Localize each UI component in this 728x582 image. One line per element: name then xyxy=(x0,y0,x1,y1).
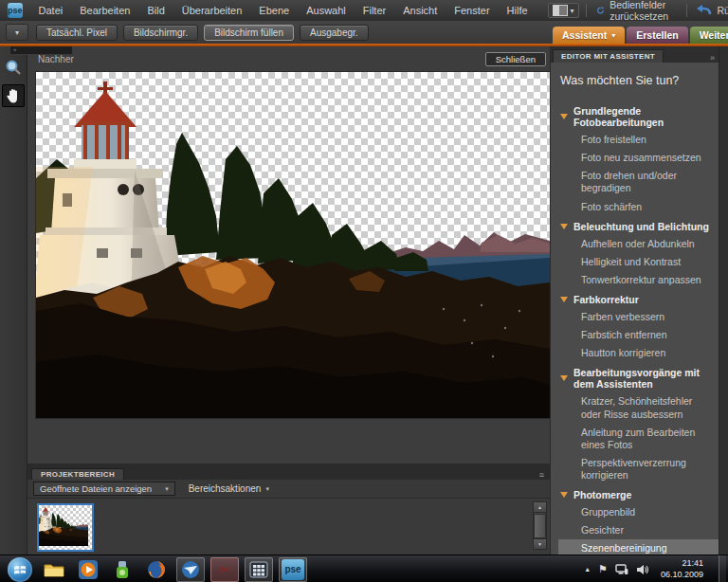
usb-device-button[interactable] xyxy=(108,557,136,582)
zoom-tool-button[interactable] xyxy=(2,56,25,79)
undo-button[interactable]: Rückgängig xyxy=(693,0,728,21)
assistant-item[interactable]: Kratzer, Schönheitsfehler oder Risse aus… xyxy=(558,392,713,423)
assistant-item[interactable]: Farben verbessern xyxy=(558,308,713,326)
triangle-down-icon xyxy=(560,375,568,381)
snipping-tool-button[interactable]: ✂ xyxy=(210,557,239,582)
triangle-down-icon xyxy=(560,114,568,119)
section-title-text: Grundlegende Fotobearbeitungen xyxy=(573,105,713,128)
menu-icon[interactable]: ≡ xyxy=(539,470,544,480)
chevron-down-icon: ▾ xyxy=(611,31,615,40)
collapsed-palette-tab[interactable]: » xyxy=(9,46,73,55)
lighthouse-photo xyxy=(36,72,550,418)
network-icon[interactable] xyxy=(615,564,628,575)
separator xyxy=(686,4,687,17)
undo-icon xyxy=(697,5,712,16)
triangle-down-icon xyxy=(560,297,568,302)
assistant-item[interactable]: Aufhellen oder Abdunkeln xyxy=(558,235,713,253)
assistant-section: Grundlegende FotobearbeitungenFoto freis… xyxy=(558,102,713,216)
menu-item-datei[interactable]: Datei xyxy=(30,0,72,21)
section-header[interactable]: Beleuchtung und Belichtung xyxy=(558,218,713,235)
assistant-item[interactable]: Foto neu zusammensetzen xyxy=(558,149,713,167)
view-button-ausgabegr-[interactable]: Ausgabegr. xyxy=(300,25,369,41)
media-player-button[interactable] xyxy=(74,557,102,582)
open-files-label: Geöffnete Dateien anzeigen xyxy=(40,483,152,494)
assistant-item[interactable]: Perspektivenverzerrung korrigieren xyxy=(558,454,713,484)
assistant-item[interactable]: Hautton korrigieren xyxy=(558,344,713,362)
assistant-item[interactable]: Farbstich entfernen xyxy=(558,326,713,344)
section-header[interactable]: Farbkorrektur xyxy=(558,291,713,308)
reset-panels-button[interactable]: Bedienfelder zurücksetzen xyxy=(592,0,680,21)
open-files-dropdown[interactable]: Geöffnete Dateien anzeigen ▾ xyxy=(33,482,175,496)
bin-actions-dropdown[interactable]: Bereichsaktionen ▾ xyxy=(189,483,269,494)
assistant-section: PhotomergeGruppenbildGesichterSzenenbere… xyxy=(558,486,713,555)
hand-tool-button[interactable] xyxy=(2,84,25,107)
assistant-item[interactable]: Foto freistellen xyxy=(558,131,713,149)
section-header[interactable]: Grundlegende Fotobearbeitungen xyxy=(558,102,713,131)
thumbnail-scrollbar[interactable]: ▲ ▼ xyxy=(533,501,547,550)
explorer-button[interactable] xyxy=(40,557,68,582)
tab-label: Assistent xyxy=(562,29,607,41)
section-header[interactable]: Bearbeitungsvorgänge mit dem Assistenten xyxy=(558,364,713,392)
assistant-item[interactable]: Szenenbereinigung xyxy=(558,539,719,555)
scroll-down-button[interactable]: ▼ xyxy=(534,538,546,549)
scroll-up-button[interactable]: ▲ xyxy=(534,502,546,513)
arrange-windows-button[interactable]: ▾ xyxy=(548,3,579,18)
menu-item-filter[interactable]: Filter xyxy=(355,0,394,21)
windows-logo-icon xyxy=(8,557,32,582)
assistant-item[interactable]: Gesichter xyxy=(558,521,713,539)
section-title-text: Farbkorrektur xyxy=(573,294,639,305)
section-header[interactable]: Photomerge xyxy=(558,486,713,503)
tab-erstellen[interactable]: Erstellen xyxy=(627,27,687,44)
view-button-bildschirm-f-llen[interactable]: Bildschirm füllen xyxy=(204,25,294,41)
view-button-tats-chl-pixel[interactable]: Tatsächl. Pixel xyxy=(36,25,118,41)
assistant-item[interactable]: Helligkeit und Kontrast xyxy=(558,253,713,271)
menu-item-ansicht[interactable]: Ansicht xyxy=(394,0,446,21)
arrange-windows-icon xyxy=(553,5,568,16)
tray-expand-icon[interactable]: ▲ xyxy=(584,566,591,573)
image-canvas[interactable] xyxy=(36,72,550,418)
section-title-text: Photomerge xyxy=(573,489,631,500)
panel-body: Was möchten Sie tun? Grundlegende Fotobe… xyxy=(551,63,719,555)
panel-question: Was möchten Sie tun? xyxy=(560,74,713,87)
tab-weitergabe[interactable]: Weitergabe xyxy=(690,27,728,44)
menu-item-überarbeiten[interactable]: Überarbeiten xyxy=(173,0,251,21)
editor-assistant-tab[interactable]: EDITOR MIT ASSISTENT xyxy=(553,49,664,63)
section-title-text: Bearbeitungsvorgänge mit dem Assistenten xyxy=(573,367,713,390)
start-button[interactable] xyxy=(8,557,32,582)
chevron-down-icon: ▾ xyxy=(265,485,269,493)
pse-taskbar-button[interactable]: pse xyxy=(279,557,307,582)
menu-items: DateiBearbeitenBildÜberarbeitenEbeneAusw… xyxy=(30,0,537,21)
thumbnail-strip: ▲ ▼ xyxy=(27,499,550,555)
menu-item-fenster[interactable]: Fenster xyxy=(446,0,498,21)
menu-item-auswahl[interactable]: Auswahl xyxy=(298,0,355,21)
menu-item-bild[interactable]: Bild xyxy=(138,0,173,21)
thunderbird-button[interactable] xyxy=(176,557,205,582)
canvas-area: Nachher Schließen xyxy=(27,46,550,464)
scrollbar-thumb[interactable] xyxy=(534,514,546,538)
show-desktop-button[interactable] xyxy=(719,555,726,582)
tab-assistent[interactable]: Assistent▾ xyxy=(553,27,625,44)
volume-icon[interactable] xyxy=(636,564,649,575)
zoom-options-dropdown[interactable]: ▾ xyxy=(6,24,28,41)
assistant-item[interactable]: Foto drehen und/oder begradigen xyxy=(558,167,713,197)
image-thumbnail[interactable] xyxy=(37,503,94,552)
menu-item-hilfe[interactable]: Hilfe xyxy=(499,0,537,21)
menu-item-ebene[interactable]: Ebene xyxy=(250,0,298,21)
close-canvas-button[interactable]: Schließen xyxy=(485,52,546,66)
action-center-flag-icon[interactable]: ⚑ xyxy=(598,563,608,575)
firefox-button[interactable] xyxy=(142,557,171,582)
project-controls: Geöffnete Dateien anzeigen ▾ Bereichsakt… xyxy=(27,480,550,499)
assistant-panel: EDITOR MIT ASSISTENT » Was möchten Sie t… xyxy=(550,46,719,555)
double-chevron-icon[interactable]: » xyxy=(710,53,715,63)
menu-item-bearbeiten[interactable]: Bearbeiten xyxy=(71,0,138,21)
assistant-item[interactable]: Anleitung zum Bearbeiten eines Fotos xyxy=(558,424,713,454)
taskbar-clock[interactable]: 21:41 06.10.2009 xyxy=(661,558,703,580)
assistant-item[interactable]: Gruppenbild xyxy=(558,503,713,521)
assistant-item[interactable]: Tonwertkorrektur anpassen xyxy=(558,271,713,289)
grid-app-button[interactable] xyxy=(245,557,273,582)
assistant-item[interactable]: Foto schärfen xyxy=(558,198,713,216)
reset-icon xyxy=(596,5,605,16)
project-tab[interactable]: PROJEKTBEREICH xyxy=(31,468,124,480)
view-button-bildschirmgr-[interactable]: Bildschirmgr. xyxy=(123,25,198,41)
tool-palette xyxy=(0,46,27,555)
